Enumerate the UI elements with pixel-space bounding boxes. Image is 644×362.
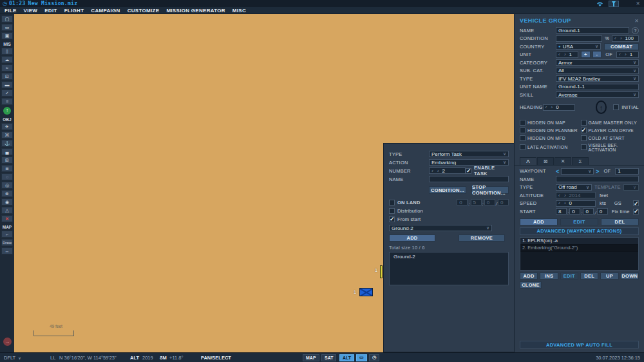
time-tool-icon[interactable]: ◷ xyxy=(369,354,379,361)
save-mission-button[interactable]: ▣ xyxy=(1,32,13,39)
measure-tool-icon[interactable]: ▭ xyxy=(356,354,367,361)
category-dropdown[interactable]: Armor xyxy=(556,59,639,66)
add-template-button[interactable]: △ xyxy=(1,207,13,214)
action-list-item[interactable]: 2. Embarking("Ground-2") xyxy=(520,245,638,252)
wp-altitude-spinner[interactable]: ‹ ›2014 xyxy=(556,192,596,198)
add-train-button[interactable]: ≣ xyxy=(1,165,13,172)
embark-group-dropdown[interactable]: Ground-2 xyxy=(389,225,492,231)
action-ins-button[interactable]: INS xyxy=(540,272,558,280)
cold-at-start-checkbox[interactable] xyxy=(581,135,587,141)
add-ship-button[interactable]: ⚓ xyxy=(1,140,13,147)
vehicles-list-button[interactable]: ▬ xyxy=(1,81,13,88)
on-land-hours-input[interactable]: 0 xyxy=(457,199,468,205)
task-name-input[interactable] xyxy=(429,176,509,182)
menu-customize[interactable]: CUSTOMIZE xyxy=(128,8,160,14)
map-key-button[interactable]: ⌐ xyxy=(1,231,13,238)
action-del-button[interactable]: DEL xyxy=(580,272,598,280)
from-start-checkbox[interactable] xyxy=(389,216,395,222)
menu-view[interactable]: VIEW xyxy=(24,8,38,14)
action-up-button[interactable]: UP xyxy=(600,272,618,280)
wp-type-dropdown[interactable]: Off road xyxy=(556,184,592,191)
add-sequence-button[interactable]: ◉ xyxy=(1,198,13,205)
distribution-checkbox[interactable] xyxy=(389,208,395,214)
action-list-item[interactable]: 1. EPLRS(on) -a xyxy=(520,238,638,245)
game-master-only-checkbox[interactable] xyxy=(581,120,587,126)
wp-next-icon[interactable]: > xyxy=(596,168,599,175)
wp-prev-icon[interactable]: < xyxy=(556,168,559,175)
task-number-spinner[interactable]: ‹ ›2 xyxy=(429,167,466,174)
panel-close-icon[interactable]: ✕ xyxy=(634,18,639,24)
menu-file[interactable]: FILE xyxy=(5,8,17,14)
scripts-button[interactable]: ≈ xyxy=(1,64,13,71)
tab-placement[interactable]: ⊠ xyxy=(537,157,554,165)
combat-button[interactable]: COMBAT xyxy=(604,43,639,50)
heading-compass-dial[interactable]: ↑ xyxy=(596,100,607,114)
alt-layer-button[interactable]: ALT xyxy=(339,354,354,361)
waypoint-actions-list[interactable]: 1. EPLRS(on) -a 2. Embarking("Ground-2") xyxy=(520,237,639,271)
hidden-on-planner-checkbox[interactable] xyxy=(520,128,526,133)
heading-spinner[interactable]: ‹ ›0 xyxy=(543,104,575,111)
add-initial-point-button[interactable]: ◌ xyxy=(1,173,13,180)
menu-misc[interactable]: MISC xyxy=(232,8,246,14)
wp-template-dropdown[interactable] xyxy=(623,184,639,191)
spinner-arrows-icon[interactable]: ‹ › xyxy=(431,168,440,174)
add-target-button[interactable]: ⊗ xyxy=(1,190,13,197)
embark-add-button[interactable]: ADD xyxy=(389,234,435,242)
unit-remove-button[interactable]: - xyxy=(592,51,602,58)
spinner-arrows-icon[interactable]: ‹ › xyxy=(619,52,628,57)
groups-list-button[interactable]: ≡ xyxy=(1,98,13,105)
wp-select-dropdown[interactable] xyxy=(561,168,594,175)
erase-button[interactable]: ✕ xyxy=(1,215,13,222)
tacview-tool-button[interactable] xyxy=(609,1,619,7)
embark-list-item[interactable]: Ground-2 xyxy=(393,254,504,260)
wp-start-hours-input[interactable]: 8 xyxy=(556,208,567,214)
on-land-minutes-input[interactable]: 5 xyxy=(471,199,482,205)
tab-route[interactable]: Λ xyxy=(520,157,536,165)
sat-layer-button[interactable]: SAT xyxy=(321,354,336,361)
tab-summary[interactable]: Σ xyxy=(572,157,589,165)
wp-del-button[interactable]: DEL xyxy=(601,218,639,225)
help-icon[interactable]: ? xyxy=(632,27,639,34)
briefing-button[interactable]: ▯ xyxy=(1,48,13,55)
action-edit-button[interactable]: EDIT xyxy=(560,272,578,280)
wp-start-day-input[interactable]: 0 xyxy=(597,208,608,214)
goals-button[interactable]: ✓ xyxy=(1,90,13,97)
draw-button[interactable]: Draw xyxy=(1,239,13,246)
skill-dropdown[interactable]: Average xyxy=(556,91,639,98)
task-type-dropdown[interactable]: Perform Task xyxy=(429,151,509,157)
unit-type-dropdown[interactable]: IFV M2A2 Bradley xyxy=(556,75,639,82)
subcategory-dropdown[interactable]: All xyxy=(556,68,639,74)
add-static-button[interactable]: ⊞ xyxy=(1,157,13,164)
menu-edit[interactable]: EDIT xyxy=(44,8,57,14)
action-down-button[interactable]: DOWN xyxy=(621,272,639,280)
wp-start-minutes-input[interactable]: 0 xyxy=(569,208,580,214)
clone-button[interactable]: CLONE xyxy=(520,281,542,289)
advanced-wp-auto-fill-button[interactable]: ADVANCED WP AUTO FILL xyxy=(520,341,639,348)
action-add-button[interactable]: ADD xyxy=(520,272,538,280)
advanced-waypoint-actions-button[interactable]: ADVANCED (WAYPOINT ACTIONS) xyxy=(520,227,639,235)
initial-checkbox[interactable] xyxy=(613,104,619,110)
gs-checkbox[interactable] xyxy=(633,200,639,206)
unit-count-spinner[interactable]: ‹ ›1 xyxy=(556,52,578,58)
rules-button[interactable]: ⊡ xyxy=(1,73,13,80)
wp-edit-button[interactable]: EDIT xyxy=(560,218,598,225)
window-close-icon[interactable]: ✕ xyxy=(636,1,640,6)
wp-add-button[interactable]: ADD xyxy=(520,218,558,225)
add-helicopter-button[interactable]: Ж xyxy=(1,131,13,138)
weather-button[interactable]: ☁ xyxy=(1,56,13,63)
spinner-arrows-icon[interactable]: ‹ › xyxy=(558,200,567,206)
condition-input[interactable] xyxy=(556,35,602,42)
map-layer-button[interactable]: MAP xyxy=(303,354,319,361)
menu-campaign[interactable]: CAMPAIGN xyxy=(91,8,120,14)
embark-group-list[interactable]: Ground-2 xyxy=(389,252,509,285)
enable-task-checkbox[interactable] xyxy=(466,168,471,174)
wp-name-input[interactable] xyxy=(556,176,639,182)
country-dropdown[interactable]: ●USA xyxy=(556,43,601,50)
add-vehicle-button[interactable]: ▄ xyxy=(1,148,13,155)
add-airplane-button[interactable]: ✈ xyxy=(1,123,13,130)
upload-button[interactable]: ↑ xyxy=(1,106,13,115)
menu-flight[interactable]: FLIGHT xyxy=(64,8,84,14)
tab-actions[interactable]: ✕ xyxy=(554,157,571,165)
on-land-checkbox[interactable] xyxy=(389,200,395,205)
unit-add-button[interactable]: + xyxy=(581,51,591,58)
